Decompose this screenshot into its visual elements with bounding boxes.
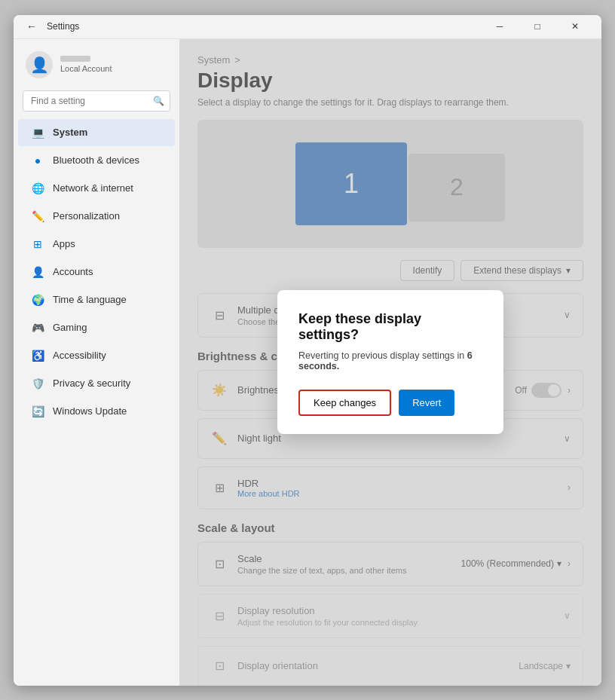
sidebar-item-system-label: System xyxy=(53,127,87,138)
sidebar-item-apps-label: Apps xyxy=(53,238,75,249)
keep-settings-dialog: Keep these display settings? Reverting t… xyxy=(277,290,503,434)
sidebar-item-accounts-label: Accounts xyxy=(53,266,93,277)
accessibility-icon: ♿ xyxy=(30,348,45,363)
dialog-title: Keep these display settings? xyxy=(298,311,482,343)
search-box: 🔍 xyxy=(23,90,170,112)
personalization-icon: ✏️ xyxy=(30,209,45,224)
sidebar-item-personalization[interactable]: ✏️ Personalization xyxy=(18,203,175,230)
sidebar-item-network-label: Network & internet xyxy=(53,182,133,194)
gaming-icon: 🎮 xyxy=(30,320,45,335)
system-icon: 💻 xyxy=(30,125,45,140)
sidebar-item-accounts[interactable]: 👤 Accounts xyxy=(18,258,175,286)
sidebar-item-apps[interactable]: ⊞ Apps xyxy=(18,231,175,258)
accounts-icon: 👤 xyxy=(30,264,45,280)
window-controls: ─ □ ✕ xyxy=(482,15,592,39)
minimize-button[interactable]: ─ xyxy=(482,15,517,39)
back-button[interactable]: ← xyxy=(23,17,41,35)
sidebar: 👤 Local Account 🔍 💻 System ● Bluetooth &… xyxy=(14,39,179,686)
avatar: 👤 xyxy=(26,51,53,78)
sidebar-item-time[interactable]: 🌍 Time & language xyxy=(18,286,175,313)
dialog-buttons: Keep changes Revert xyxy=(298,390,482,416)
user-account-label: Local Account xyxy=(60,64,112,73)
user-section: 👤 Local Account xyxy=(14,45,179,84)
user-info: Local Account xyxy=(60,56,112,73)
maximize-button[interactable]: □ xyxy=(520,15,555,39)
titlebar: ← Settings ─ □ ✕ xyxy=(14,15,601,39)
apps-icon: ⊞ xyxy=(30,237,45,252)
sidebar-item-gaming-label: Gaming xyxy=(53,322,87,333)
main-content: System > Display Select a display to cha… xyxy=(179,39,601,686)
sidebar-item-personalization-label: Personalization xyxy=(53,210,120,222)
sidebar-item-system[interactable]: 💻 System xyxy=(18,119,175,146)
sidebar-item-privacy-label: Privacy & security xyxy=(53,378,130,389)
sidebar-item-bluetooth[interactable]: ● Bluetooth & devices xyxy=(18,147,175,174)
sidebar-item-bluetooth-label: Bluetooth & devices xyxy=(53,154,139,166)
content-area: 👤 Local Account 🔍 💻 System ● Bluetooth &… xyxy=(14,39,601,686)
privacy-icon: 🛡️ xyxy=(30,376,45,391)
sidebar-item-time-label: Time & language xyxy=(53,294,127,305)
sidebar-item-gaming[interactable]: 🎮 Gaming xyxy=(18,314,175,341)
user-name-bar xyxy=(60,56,90,62)
sidebar-item-update-label: Windows Update xyxy=(53,405,127,417)
sidebar-item-accessibility[interactable]: ♿ Accessibility xyxy=(18,342,175,369)
titlebar-title: Settings xyxy=(47,21,79,32)
sidebar-item-update[interactable]: 🔄 Windows Update xyxy=(18,398,175,425)
revert-button[interactable]: Revert xyxy=(399,390,454,416)
bluetooth-icon: ● xyxy=(30,153,45,168)
network-icon: 🌐 xyxy=(30,181,45,196)
keep-changes-button[interactable]: Keep changes xyxy=(298,390,391,416)
sidebar-item-accessibility-label: Accessibility xyxy=(53,350,106,361)
settings-window: ← Settings ─ □ ✕ 👤 Local Account 🔍 xyxy=(14,15,601,686)
search-icon: 🔍 xyxy=(153,96,164,106)
close-button[interactable]: ✕ xyxy=(558,15,592,39)
dialog-description: Reverting to previous display settings i… xyxy=(298,350,482,371)
sidebar-item-privacy[interactable]: 🛡️ Privacy & security xyxy=(18,370,175,397)
sidebar-item-network[interactable]: 🌐 Network & internet xyxy=(18,175,175,202)
dialog-overlay: Keep these display settings? Reverting t… xyxy=(179,39,601,686)
time-icon: 🌍 xyxy=(30,292,45,307)
update-icon: 🔄 xyxy=(30,404,45,419)
search-input[interactable] xyxy=(23,90,170,112)
